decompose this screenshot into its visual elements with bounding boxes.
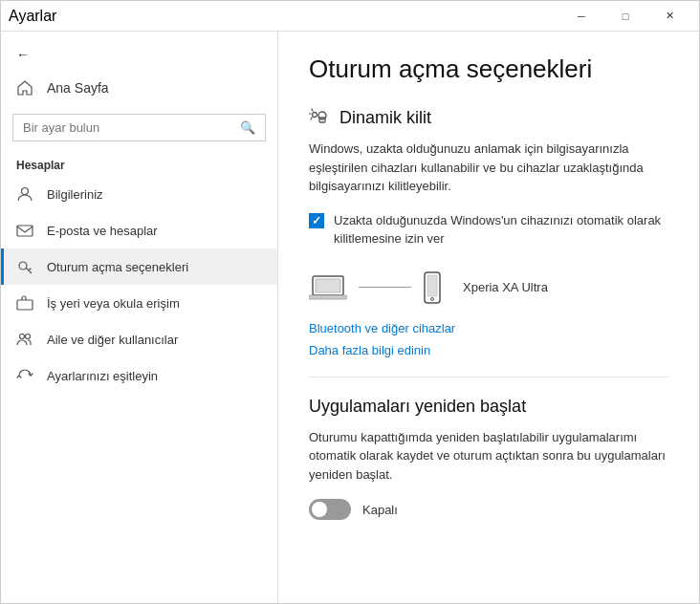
svg-rect-11	[309, 295, 347, 299]
section-divider	[309, 377, 668, 378]
title-bar-controls: ─ □ ✕	[559, 1, 691, 32]
phone-icon	[423, 271, 444, 304]
dynamic-lock-icon	[309, 107, 330, 128]
restart-section-description: Oturumu kapattığımda yeniden başlatılabi…	[309, 428, 668, 485]
title-bar-left: Ayarlar	[1, 8, 56, 25]
sidebar-item-is-yeri[interactable]: İş yeri veya okula erişim	[1, 285, 277, 321]
search-icon[interactable]: 🔍	[230, 115, 265, 140]
search-input[interactable]	[13, 115, 230, 140]
back-arrow-icon: ←	[16, 47, 30, 62]
close-button[interactable]: ✕	[647, 1, 691, 32]
main-panel: Oturum açma seçenekleri Dinamik k	[278, 32, 699, 603]
toggle-knob	[312, 502, 327, 517]
sidebar-section-label: Hesaplar	[1, 149, 277, 176]
svg-point-4	[20, 334, 25, 339]
svg-point-8	[313, 113, 317, 118]
maximize-button[interactable]: □	[603, 1, 647, 32]
svg-rect-1	[17, 226, 33, 236]
svg-point-14	[431, 297, 434, 300]
sidebar-label-eposta: E-posta ve hesaplar	[47, 224, 158, 238]
dynamic-lock-checkbox[interactable]: ✓	[309, 213, 324, 228]
dynamic-lock-checkbox-label: Uzakta olduğunuzda Windows'un cihazınızı…	[334, 211, 668, 248]
device-name-label: Xperia XA Ultra	[463, 280, 548, 294]
sidebar-back-button[interactable]: ←	[1, 39, 277, 70]
person-icon	[16, 185, 33, 203]
title-bar-title: Ayarlar	[9, 8, 56, 25]
people-icon	[16, 331, 33, 348]
restart-section-title: Uygulamaları yeniden başlat	[309, 397, 668, 417]
sidebar-item-bilgileriniz[interactable]: Bilgileriniz	[1, 176, 277, 212]
minimize-button[interactable]: ─	[559, 1, 603, 32]
svg-point-5	[26, 334, 31, 339]
laptop-icon	[309, 274, 347, 301]
restart-toggle-label: Kapalı	[362, 503, 398, 517]
sidebar-home-label: Ana Sayfa	[47, 80, 109, 96]
sync-icon	[16, 367, 33, 384]
sidebar-label-bilgileriniz: Bilgileriniz	[47, 187, 103, 202]
sidebar-label-aile: Aile ve diğer kullanıcılar	[47, 333, 178, 347]
restart-toggle-row: Kapalı	[309, 499, 668, 520]
key-icon	[16, 258, 33, 275]
more-info-link[interactable]: Daha fazla bilgi edinin	[309, 343, 668, 357]
svg-point-0	[22, 188, 29, 195]
sidebar-label-ayarlar-eslitle: Ayarlarınızı eşitleyin	[47, 369, 158, 383]
svg-rect-10	[316, 279, 340, 292]
sidebar-item-eposta[interactable]: E-posta ve hesaplar	[1, 212, 277, 248]
svg-rect-13	[427, 275, 437, 296]
checkbox-check-icon: ✓	[312, 214, 321, 227]
dynamic-lock-checkbox-row: ✓ Uzakta olduğunuzda Windows'un cihazını…	[309, 211, 668, 248]
sidebar-item-ayarlar-eslitle[interactable]: Ayarlarınızı eşitleyin	[1, 357, 277, 394]
bluetooth-link[interactable]: Bluetooth ve diğer cihazlar	[309, 321, 668, 335]
content-area: ← Ana Sayfa 🔍 Hesaplar	[1, 32, 699, 603]
settings-window: Ayarlar ─ □ ✕ ← Ana Sayfa	[0, 0, 700, 604]
sidebar: ← Ana Sayfa 🔍 Hesaplar	[1, 32, 278, 603]
email-icon	[16, 222, 33, 239]
sidebar-home-item[interactable]: Ana Sayfa	[1, 70, 277, 106]
restart-toggle[interactable]	[309, 499, 351, 520]
dynamic-lock-description: Windows, uzakta olduğunuzu anlamak için …	[309, 140, 668, 196]
search-box[interactable]: 🔍	[12, 114, 266, 141]
svg-rect-3	[17, 300, 33, 310]
sidebar-item-oturum[interactable]: Oturum açma seçenekleri	[1, 248, 277, 285]
title-bar: Ayarlar ─ □ ✕	[1, 1, 699, 32]
briefcase-icon	[16, 294, 33, 312]
dynamic-lock-section-title: Dinamik kilit	[309, 107, 668, 128]
page-title: Oturum açma seçenekleri	[309, 54, 668, 84]
connector-line	[359, 287, 411, 288]
home-icon	[16, 79, 33, 97]
sidebar-item-aile[interactable]: Aile ve diğer kullanıcılar	[1, 321, 277, 357]
sidebar-label-oturum: Oturum açma seçenekleri	[47, 260, 188, 274]
sidebar-label-is-yeri: İş yeri veya okula erişim	[47, 296, 180, 311]
svg-point-2	[19, 262, 27, 270]
dynamic-lock-title: Dinamik kilit	[339, 108, 431, 128]
device-row: Xperia XA Ultra	[309, 268, 668, 308]
